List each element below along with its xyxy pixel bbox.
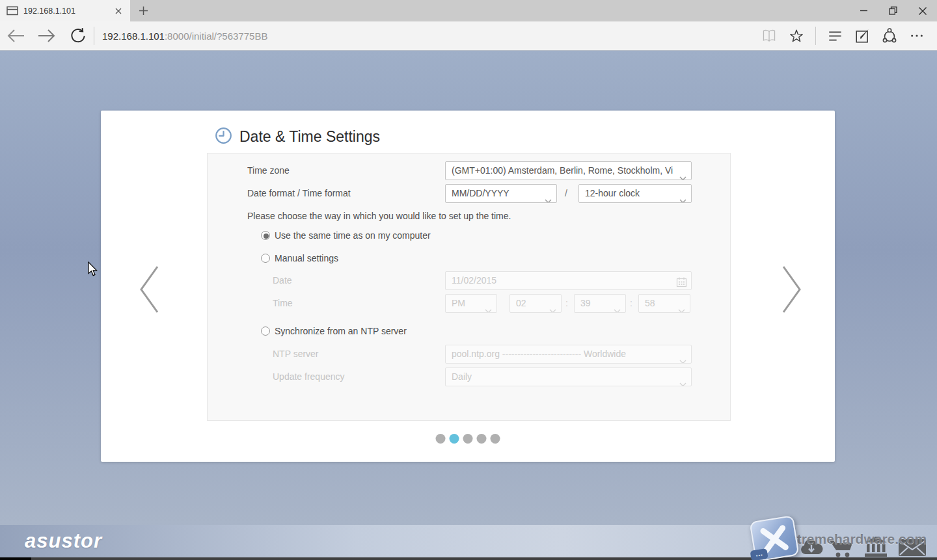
more-options-icon[interactable] [903, 21, 930, 51]
second-value: 58 [645, 298, 655, 308]
forward-button[interactable] [31, 21, 62, 51]
second-select[interactable]: 58 [638, 294, 690, 313]
date-format-select[interactable]: MM/DD/YYYY [445, 184, 557, 203]
time-format-value: 12-hour clock [585, 188, 640, 198]
chevron-down-icon [679, 375, 686, 386]
page-favicon-icon [7, 6, 18, 16]
chevron-down-icon [679, 192, 686, 203]
chevron-down-icon [549, 302, 556, 313]
clock-icon [215, 127, 232, 147]
pagination-dot[interactable] [450, 434, 459, 444]
hour-value: 02 [516, 298, 526, 308]
new-tab-button[interactable] [135, 0, 152, 21]
previous-step-button[interactable] [135, 264, 164, 315]
url-host: 192.168.1.101 [102, 31, 165, 42]
timezone-value: (GMT+01:00) Amsterdam, Berlin, Rome, Sto… [452, 165, 673, 176]
date-input[interactable]: 11/02/2015 [445, 271, 692, 290]
time-colon: : [630, 294, 632, 313]
radio-label: Use the same time as on my computer [275, 230, 431, 241]
chevron-down-icon [678, 302, 685, 313]
minute-select[interactable]: 39 [574, 294, 626, 313]
watermark-text: xtremehardware.com [789, 531, 927, 547]
address-bar: 192.168.1.101:8000/initial/?563775BB [0, 21, 937, 51]
update-frequency-value: Daily [452, 371, 472, 382]
update-frequency-select[interactable]: Daily [445, 367, 692, 386]
pagination-dot[interactable] [436, 434, 446, 444]
page-title: Date & Time Settings [239, 128, 380, 146]
tab-bar: 192.168.1.101 [0, 0, 937, 21]
minimize-button[interactable] [849, 0, 878, 21]
timezone-select[interactable]: (GMT+01:00) Amsterdam, Berlin, Rome, Sto… [445, 161, 692, 180]
hub-icon[interactable] [821, 21, 849, 51]
chevron-down-icon [679, 169, 686, 180]
radio-option-ntp[interactable]: Synchronize from an NTP server [261, 326, 407, 336]
tab-close-icon[interactable] [113, 6, 124, 16]
speech-bubble-icon: ... [750, 548, 768, 560]
favorites-star-icon[interactable] [783, 21, 810, 51]
radio-option-same-time[interactable]: Use the same time as on my computer [261, 230, 431, 241]
next-step-button[interactable] [777, 264, 806, 315]
timezone-label: Time zone [247, 161, 290, 180]
radio-option-manual[interactable]: Manual settings [261, 253, 338, 263]
chevron-down-icon [545, 192, 552, 203]
choose-prompt: Please choose the way in which you would… [247, 211, 511, 221]
format-label: Date format / Time format [247, 184, 351, 203]
date-format-value: MM/DD/YYYY [452, 188, 509, 198]
mouse-cursor-icon [88, 261, 98, 280]
share-icon[interactable] [876, 21, 903, 51]
pagination-dot[interactable] [463, 434, 473, 444]
ampm-value: PM [452, 298, 465, 308]
browser-tab[interactable]: 192.168.1.101 [0, 0, 130, 21]
pagination-dots [436, 434, 500, 444]
actions-divider [815, 27, 816, 45]
footer-bar: asustor ... xtremehardware.com [0, 525, 937, 557]
chevron-down-icon [485, 302, 492, 313]
settings-card: Date & Time Settings Time zone (GMT+01:0… [101, 111, 835, 462]
address-divider [94, 27, 94, 45]
calendar-icon [676, 276, 687, 290]
minute-value: 39 [580, 298, 591, 308]
radio-label: Synchronize from an NTP server [275, 326, 407, 336]
time-colon: : [565, 294, 568, 313]
xtremehardware-logo-icon: ... [750, 515, 800, 560]
chevron-down-icon [679, 353, 686, 364]
time-label: Time [273, 294, 293, 313]
radio-button-checked[interactable] [261, 231, 270, 240]
format-separator: / [565, 184, 567, 203]
update-frequency-label: Update frequency [273, 367, 345, 386]
web-note-icon[interactable] [849, 21, 876, 51]
ampm-select[interactable]: PM [445, 294, 497, 313]
url-field[interactable]: 192.168.1.101:8000/initial/?563775BB [102, 31, 755, 42]
refresh-button[interactable] [62, 21, 94, 51]
ntp-server-select[interactable]: pool.ntp.org -------------------------- … [445, 345, 692, 364]
radio-label: Manual settings [275, 253, 338, 263]
ntp-server-label: NTP server [273, 345, 319, 364]
url-path: :8000/initial/?563775BB [165, 31, 267, 42]
ntp-server-value: pool.ntp.org -------------------------- … [452, 349, 626, 359]
page-content: Date & Time Settings Time zone (GMT+01:0… [0, 51, 937, 525]
pagination-dot[interactable] [491, 434, 500, 444]
date-label: Date [273, 271, 292, 290]
tab-title: 192.168.1.101 [23, 7, 113, 16]
back-button[interactable] [0, 21, 31, 51]
hour-select[interactable]: 02 [509, 294, 562, 313]
restore-button[interactable] [878, 0, 908, 21]
reading-view-icon[interactable] [755, 21, 783, 51]
close-button[interactable] [908, 0, 937, 21]
date-value: 11/02/2015 [452, 275, 496, 286]
asustor-logo: asustor [25, 529, 102, 553]
browser-actions [755, 21, 937, 51]
settings-panel: Time zone (GMT+01:00) Amsterdam, Berlin,… [207, 153, 731, 421]
pagination-dot[interactable] [477, 434, 487, 444]
browser-window: 192.168.1.101 [0, 0, 937, 560]
chevron-down-icon [614, 302, 621, 313]
time-format-select[interactable]: 12-hour clock [578, 184, 692, 203]
radio-button[interactable] [261, 327, 270, 336]
radio-button[interactable] [261, 254, 270, 263]
taskbar-edge [0, 557, 937, 560]
window-controls [849, 0, 937, 21]
